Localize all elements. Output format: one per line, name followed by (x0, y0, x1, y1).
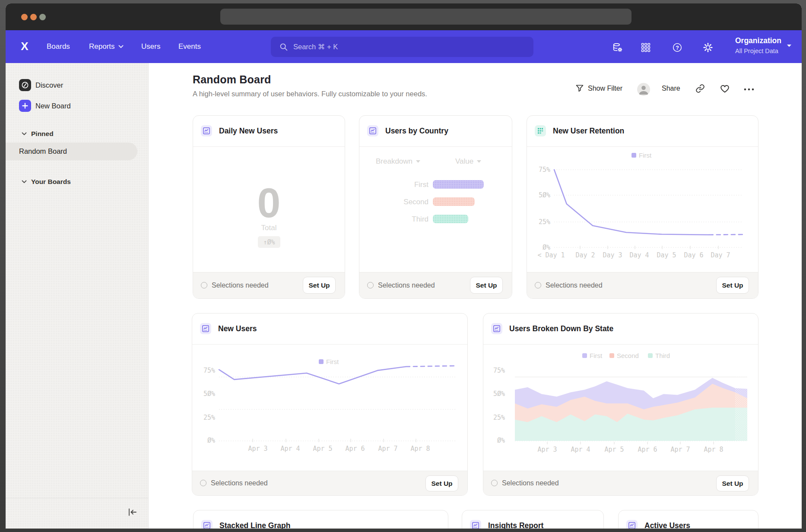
kpi-delta-badge: ↑Ø% (258, 236, 280, 248)
bar (433, 180, 484, 189)
svg-text:25%: 25% (539, 218, 550, 226)
svg-text:First: First (590, 352, 603, 359)
card-daily-new-users: Daily New Users 0 Total ↑Ø% Selections n… (193, 115, 345, 299)
sidebar-item-discover[interactable]: Discover (19, 79, 63, 91)
svg-text:Apr 6: Apr 6 (345, 445, 365, 453)
card-stacked-line-graph: Stacked Line Graph (193, 510, 448, 529)
help-icon[interactable]: ? (672, 42, 682, 53)
card-header: Active Users (619, 510, 758, 529)
card-header: Users by Country (359, 116, 512, 147)
status-circle-icon (491, 480, 498, 486)
org-chevron-icon (787, 44, 792, 48)
svg-text:75%: 75% (539, 166, 550, 174)
setup-button[interactable]: Set Up (716, 277, 749, 294)
nav-item-boards[interactable]: Boards (47, 30, 70, 63)
traffic-light-minimize[interactable] (30, 14, 37, 20)
svg-text:Day 5: Day 5 (657, 251, 676, 259)
svg-text:First: First (326, 358, 339, 365)
mixpanel-logo-icon[interactable]: X (19, 41, 30, 53)
svg-text:Apr 6: Apr 6 (638, 446, 657, 453)
insights-chart-icon (367, 125, 378, 136)
bar-label: Second (376, 198, 428, 206)
more-options-icon[interactable] (743, 88, 755, 91)
card-footer: Selections needed Set Up (483, 471, 758, 495)
traffic-light-zoom[interactable] (39, 14, 46, 20)
setup-button[interactable]: Set Up (303, 277, 336, 294)
copy-link-icon[interactable] (695, 84, 705, 93)
svg-text:Apr 7: Apr 7 (378, 445, 397, 453)
svg-text:Apr 4: Apr 4 (280, 445, 300, 453)
value-dropdown[interactable]: Value (455, 157, 481, 166)
setup-button[interactable]: Set Up (470, 277, 503, 294)
sidebar-section-your-boards[interactable]: Your Boards (22, 178, 71, 186)
traffic-light-close[interactable] (21, 14, 28, 20)
svg-text:Apr 7: Apr 7 (670, 446, 690, 453)
card-header: Insights Report (462, 510, 603, 529)
search-icon (279, 43, 288, 51)
nav-item-reports[interactable]: Reports (89, 30, 124, 63)
svg-text:Second: Second (617, 352, 639, 359)
org-project: All Project Data (735, 48, 778, 54)
card-users-by-state: Users Broken Down By State 75%5Ø%25%Ø%Ap… (483, 313, 758, 496)
chevron-down-icon (22, 132, 27, 136)
nav-item-users[interactable]: Users (141, 30, 160, 63)
org-name: Organization (735, 36, 781, 45)
desktop: X Boards Reports Users Events Search ⌘ +… (0, 0, 806, 532)
svg-text:Day 6: Day 6 (684, 251, 703, 259)
chevron-down-icon (118, 45, 124, 48)
new-users-line-chart: 75%5Ø%25%Ø%Apr 3Apr 4Apr 5Apr 6Apr 7Apr … (192, 314, 468, 496)
data-settings-icon[interactable] (612, 42, 623, 53)
card-new-users: New Users 75%5Ø%25%Ø%Apr 3Apr 4Apr 5Apr … (192, 313, 468, 496)
card-footer: Selections needed Set Up (527, 272, 758, 298)
favorite-heart-icon[interactable] (720, 84, 730, 93)
settings-gear-icon[interactable] (703, 42, 713, 53)
share-button[interactable]: Share (662, 82, 680, 95)
sidebar: Discover New Board Pinned Random Board (6, 63, 149, 529)
insights-chart-icon (201, 125, 212, 136)
setup-button[interactable]: Set Up (425, 475, 458, 491)
insights-chart-icon (470, 520, 481, 529)
card-footer: Selections needed Set Up (359, 272, 512, 298)
sidebar-section-pinned[interactable]: Pinned (22, 130, 54, 138)
kpi-value: 0 (193, 179, 345, 227)
top-nav: X Boards Reports Users Events Search ⌘ +… (6, 30, 802, 63)
card-insights-report: Insights Report (462, 510, 604, 529)
sidebar-item-new-board[interactable]: New Board (19, 100, 71, 112)
url-bar[interactable] (220, 9, 631, 25)
svg-text:25%: 25% (493, 414, 505, 421)
card-active-users: Active Users (618, 510, 758, 529)
filter-icon (575, 84, 584, 93)
svg-text:Ø%: Ø% (543, 244, 550, 251)
svg-text:Day 4: Day 4 (629, 251, 649, 259)
svg-text:Ø%: Ø% (207, 437, 215, 444)
svg-text:Apr 8: Apr 8 (410, 445, 430, 453)
svg-text:Apr 4: Apr 4 (571, 446, 590, 453)
search-placeholder: Search ⌘ + K (293, 43, 338, 51)
svg-text:25%: 25% (203, 414, 215, 421)
card-header: Stacked Line Graph (194, 510, 448, 529)
nav-item-events[interactable]: Events (178, 30, 201, 63)
bar (433, 197, 475, 206)
sidebar-item-random-board[interactable]: Random Board (6, 142, 137, 160)
apps-grid-icon[interactable] (641, 42, 651, 53)
breakdown-dropdown[interactable]: Breakdown (376, 157, 420, 166)
discover-compass-icon (19, 79, 31, 91)
svg-text:Apr 5: Apr 5 (604, 446, 624, 453)
search-input[interactable]: Search ⌘ + K (271, 37, 533, 57)
svg-text:5Ø%: 5Ø% (493, 390, 505, 398)
board-page: Random Board A high-level summary of use… (149, 63, 802, 529)
setup-button[interactable]: Set Up (716, 475, 749, 491)
insights-chart-icon (201, 520, 213, 529)
card-footer: Selections needed Set Up (192, 471, 467, 495)
bar-label: First (376, 180, 428, 189)
status-circle-icon (200, 480, 206, 486)
bar-label: Third (376, 215, 428, 224)
avatar[interactable] (637, 83, 650, 96)
svg-text:X: X (21, 41, 29, 53)
status-circle-icon (535, 282, 541, 288)
svg-text:75%: 75% (493, 367, 505, 374)
collapse-sidebar-icon[interactable] (128, 508, 137, 516)
show-filter-button[interactable]: Show Filter (575, 82, 622, 95)
card-footer: Selections needed Set Up (193, 272, 345, 298)
browser-window: X Boards Reports Users Events Search ⌘ +… (6, 3, 802, 529)
